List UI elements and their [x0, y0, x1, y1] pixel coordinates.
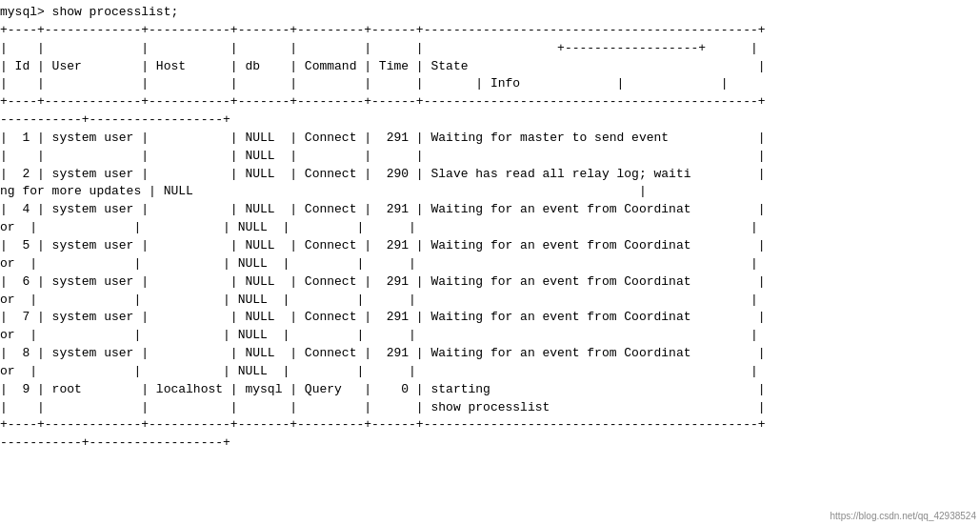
terminal-output: mysql> show processlist; +----+---------… [0, 4, 980, 453]
terminal-window: mysql> show processlist; +----+---------… [0, 0, 980, 456]
watermark: https://blog.csdn.net/qq_42938524 [830, 511, 976, 521]
